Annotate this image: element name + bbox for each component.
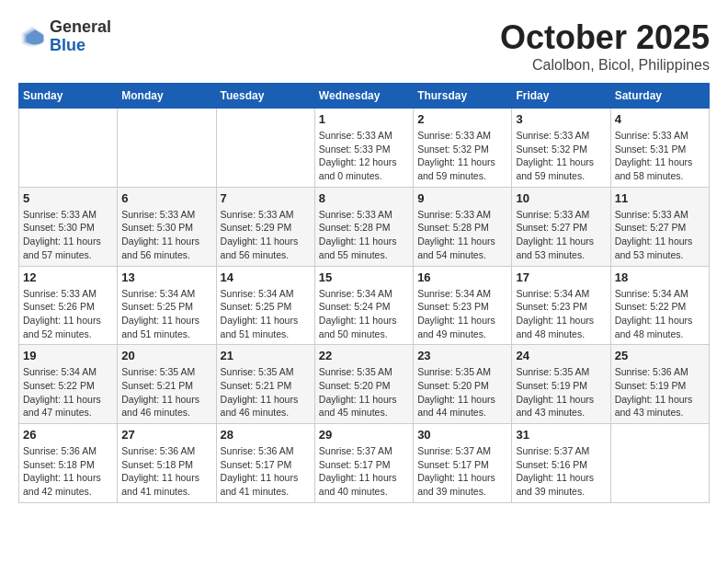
day-info: Sunrise: 5:34 AM Sunset: 5:23 PM Dayligh… [516,287,606,341]
calendar-cell: 9Sunrise: 5:33 AM Sunset: 5:28 PM Daylig… [414,187,512,266]
calendar-cell: 26Sunrise: 5:36 AM Sunset: 5:18 PM Dayli… [19,424,118,503]
calendar-cell: 5Sunrise: 5:33 AM Sunset: 5:30 PM Daylig… [19,187,118,266]
day-info: Sunrise: 5:37 AM Sunset: 5:16 PM Dayligh… [516,444,606,499]
calendar-cell: 13Sunrise: 5:34 AM Sunset: 5:25 PM Dayli… [118,266,216,345]
calendar-cell: 1Sunrise: 5:33 AM Sunset: 5:33 PM Daylig… [314,109,413,188]
day-info: Sunrise: 5:36 AM Sunset: 5:18 PM Dayligh… [121,444,211,499]
day-info: Sunrise: 5:35 AM Sunset: 5:20 PM Dayligh… [319,365,409,419]
logo: General Blue [18,18,111,55]
calendar-cell: 23Sunrise: 5:35 AM Sunset: 5:20 PM Dayli… [414,345,512,424]
calendar-week-row: 12Sunrise: 5:33 AM Sunset: 5:26 PM Dayli… [19,266,710,345]
calendar-cell: 4Sunrise: 5:33 AM Sunset: 5:31 PM Daylig… [610,109,709,188]
day-info: Sunrise: 5:35 AM Sunset: 5:19 PM Dayligh… [516,365,606,419]
day-info: Sunrise: 5:36 AM Sunset: 5:18 PM Dayligh… [23,444,113,499]
calendar-cell: 2Sunrise: 5:33 AM Sunset: 5:32 PM Daylig… [414,109,512,188]
weekday-header: Wednesday [314,84,413,109]
calendar-cell: 28Sunrise: 5:36 AM Sunset: 5:17 PM Dayli… [216,424,314,503]
day-number: 3 [516,112,606,126]
day-info: Sunrise: 5:34 AM Sunset: 5:25 PM Dayligh… [121,287,211,341]
day-info: Sunrise: 5:37 AM Sunset: 5:17 PM Dayligh… [417,444,507,499]
day-info: Sunrise: 5:35 AM Sunset: 5:21 PM Dayligh… [121,365,211,419]
calendar-cell: 17Sunrise: 5:34 AM Sunset: 5:23 PM Dayli… [512,266,610,345]
logo-icon [18,23,46,51]
day-number: 26 [23,428,113,442]
day-info: Sunrise: 5:34 AM Sunset: 5:25 PM Dayligh… [221,287,311,341]
day-number: 1 [319,112,409,126]
calendar-week-row: 1Sunrise: 5:33 AM Sunset: 5:33 PM Daylig… [19,109,710,188]
day-info: Sunrise: 5:33 AM Sunset: 5:28 PM Dayligh… [319,208,409,262]
calendar-cell: 18Sunrise: 5:34 AM Sunset: 5:22 PM Dayli… [610,266,709,345]
weekday-header: Friday [512,84,610,109]
day-number: 4 [615,112,705,126]
day-info: Sunrise: 5:34 AM Sunset: 5:23 PM Dayligh… [417,287,507,341]
calendar-cell: 19Sunrise: 5:34 AM Sunset: 5:22 PM Dayli… [19,345,118,424]
page-header: General Blue October 2025 Calolbon, Bico… [18,18,710,74]
day-number: 5 [23,191,113,205]
day-info: Sunrise: 5:33 AM Sunset: 5:29 PM Dayligh… [221,208,311,262]
calendar-body: 1Sunrise: 5:33 AM Sunset: 5:33 PM Daylig… [19,109,710,503]
calendar-cell [19,109,118,188]
day-info: Sunrise: 5:34 AM Sunset: 5:22 PM Dayligh… [615,287,705,341]
calendar-cell: 22Sunrise: 5:35 AM Sunset: 5:20 PM Dayli… [314,345,413,424]
calendar-cell: 10Sunrise: 5:33 AM Sunset: 5:27 PM Dayli… [512,187,610,266]
location-subtitle: Calolbon, Bicol, Philippines [500,57,710,74]
day-number: 29 [319,428,409,442]
day-number: 18 [615,270,705,284]
calendar-cell: 20Sunrise: 5:35 AM Sunset: 5:21 PM Dayli… [118,345,216,424]
day-number: 30 [417,428,507,442]
day-number: 2 [417,112,507,126]
day-number: 27 [121,428,211,442]
calendar-week-row: 5Sunrise: 5:33 AM Sunset: 5:30 PM Daylig… [19,187,710,266]
calendar-cell: 27Sunrise: 5:36 AM Sunset: 5:18 PM Dayli… [118,424,216,503]
calendar-cell: 6Sunrise: 5:33 AM Sunset: 5:30 PM Daylig… [118,187,216,266]
day-info: Sunrise: 5:35 AM Sunset: 5:20 PM Dayligh… [417,365,507,419]
weekday-header: Monday [118,84,216,109]
day-number: 11 [615,191,705,205]
title-block: October 2025 Calolbon, Bicol, Philippine… [500,18,710,74]
day-info: Sunrise: 5:36 AM Sunset: 5:17 PM Dayligh… [221,444,311,499]
calendar-cell: 14Sunrise: 5:34 AM Sunset: 5:25 PM Dayli… [216,266,314,345]
day-info: Sunrise: 5:34 AM Sunset: 5:22 PM Dayligh… [23,365,113,419]
calendar-cell: 25Sunrise: 5:36 AM Sunset: 5:19 PM Dayli… [610,345,709,424]
day-number: 12 [23,270,113,284]
calendar-cell: 21Sunrise: 5:35 AM Sunset: 5:21 PM Dayli… [216,345,314,424]
day-info: Sunrise: 5:33 AM Sunset: 5:27 PM Dayligh… [516,208,606,262]
calendar-table: SundayMondayTuesdayWednesdayThursdayFrid… [18,83,710,503]
calendar-week-row: 19Sunrise: 5:34 AM Sunset: 5:22 PM Dayli… [19,345,710,424]
day-number: 28 [221,428,311,442]
weekday-header: Thursday [414,84,512,109]
day-info: Sunrise: 5:33 AM Sunset: 5:27 PM Dayligh… [615,208,705,262]
calendar-cell: 16Sunrise: 5:34 AM Sunset: 5:23 PM Dayli… [414,266,512,345]
day-info: Sunrise: 5:33 AM Sunset: 5:30 PM Dayligh… [121,208,211,262]
day-number: 19 [23,349,113,362]
day-number: 23 [417,349,507,362]
day-info: Sunrise: 5:33 AM Sunset: 5:28 PM Dayligh… [417,208,507,262]
day-number: 9 [417,191,507,205]
weekday-row: SundayMondayTuesdayWednesdayThursdayFrid… [19,84,710,109]
day-number: 7 [221,191,311,205]
calendar-header: SundayMondayTuesdayWednesdayThursdayFrid… [19,84,710,109]
day-number: 15 [319,270,409,284]
logo-text: General Blue [50,18,111,55]
calendar-cell [118,109,216,188]
day-number: 21 [221,349,311,362]
calendar-cell: 12Sunrise: 5:33 AM Sunset: 5:26 PM Dayli… [19,266,118,345]
day-info: Sunrise: 5:33 AM Sunset: 5:33 PM Dayligh… [319,129,409,183]
calendar-cell: 7Sunrise: 5:33 AM Sunset: 5:29 PM Daylig… [216,187,314,266]
weekday-header: Tuesday [216,84,314,109]
calendar-cell: 3Sunrise: 5:33 AM Sunset: 5:32 PM Daylig… [512,109,610,188]
calendar-cell: 31Sunrise: 5:37 AM Sunset: 5:16 PM Dayli… [512,424,610,503]
day-number: 13 [121,270,211,284]
day-info: Sunrise: 5:33 AM Sunset: 5:30 PM Dayligh… [23,208,113,262]
day-number: 25 [615,349,705,362]
day-number: 17 [516,270,606,284]
day-number: 6 [121,191,211,205]
day-info: Sunrise: 5:33 AM Sunset: 5:31 PM Dayligh… [615,129,705,183]
day-info: Sunrise: 5:35 AM Sunset: 5:21 PM Dayligh… [221,365,311,419]
day-info: Sunrise: 5:36 AM Sunset: 5:19 PM Dayligh… [615,365,705,419]
day-number: 24 [516,349,606,362]
calendar-cell: 30Sunrise: 5:37 AM Sunset: 5:17 PM Dayli… [414,424,512,503]
weekday-header: Saturday [610,84,709,109]
calendar-cell: 24Sunrise: 5:35 AM Sunset: 5:19 PM Dayli… [512,345,610,424]
day-number: 20 [121,349,211,362]
